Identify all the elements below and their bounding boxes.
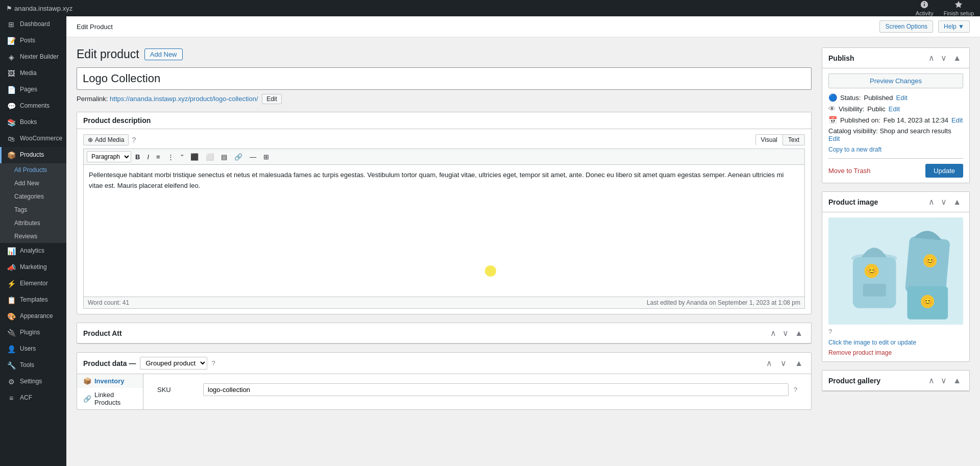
editor-help-icon[interactable]: ? xyxy=(132,136,136,144)
sidebar-item-acf[interactable]: ≡ ACF xyxy=(0,390,66,406)
sidebar-item-appearance[interactable]: 🎨 Appearance xyxy=(0,308,66,325)
sidebar-item-media[interactable]: 🖼 Media xyxy=(0,65,66,82)
editor-content: Pellentesque habitant morbi tristique se… xyxy=(89,170,799,191)
sidebar-label-tools: Tools xyxy=(20,361,34,370)
screen-options-button[interactable]: Screen Options xyxy=(879,20,933,33)
product-type-select[interactable]: Grouped product xyxy=(140,357,207,370)
remove-product-image-link[interactable]: Remove product image xyxy=(828,349,963,356)
sidebar-item-analytics[interactable]: 📊 Analytics xyxy=(0,243,66,259)
text-tab[interactable]: Text xyxy=(783,134,805,145)
publish-ctrl-down[interactable]: ∨ xyxy=(939,52,949,64)
submenu-reviews[interactable]: Reviews xyxy=(0,230,66,243)
product-data-body: 📦 Inventory 🔗 Linked Products SKU xyxy=(77,374,811,409)
add-media-button[interactable]: ⊕ Add Media xyxy=(83,134,129,145)
sidebar-item-plugins[interactable]: 🔌 Plugins xyxy=(0,325,66,341)
ordered-list-button[interactable]: ⋮ xyxy=(164,152,177,162)
product-gallery-controls: ∧ ∨ ▲ xyxy=(926,375,963,386)
product-image-preview[interactable]: 😊 😊 😊 xyxy=(828,217,963,325)
bold-button[interactable]: B xyxy=(132,152,143,162)
sidebar-item-dashboard[interactable]: ⊞ Dashboard xyxy=(0,16,66,33)
templates-icon: 📋 xyxy=(7,296,16,304)
sidebar-label-products: Products xyxy=(20,151,44,159)
hr-button[interactable]: — xyxy=(247,152,259,162)
metabox-description-header[interactable]: Product description xyxy=(77,112,811,129)
sidebar-item-marketing[interactable]: 📣 Marketing xyxy=(0,259,66,276)
product-data-ctrl-close[interactable]: ▲ xyxy=(793,358,805,369)
finish-setup-item[interactable]: Finish setup xyxy=(944,0,974,16)
published-on-edit-link[interactable]: Edit xyxy=(951,116,963,124)
product-gallery-ctrl-down[interactable]: ∨ xyxy=(939,375,949,386)
editor-area[interactable]: Pellentesque habitant morbi tristique se… xyxy=(83,164,805,297)
sku-help-icon[interactable]: ? xyxy=(794,386,797,394)
sidebar-item-books[interactable]: 📚 Books xyxy=(0,114,66,131)
att-toggle-up[interactable]: ∧ xyxy=(768,327,778,339)
wp-logo-item[interactable]: ⚑ ananda.instawp.xyz xyxy=(6,5,72,12)
blockquote-button[interactable]: " xyxy=(178,152,187,162)
product-gallery-ctrl-close[interactable]: ▲ xyxy=(951,375,963,386)
sku-input[interactable] xyxy=(203,383,789,396)
submenu-attributes[interactable]: Attributes xyxy=(0,216,66,230)
product-data-ctrl-down[interactable]: ∨ xyxy=(778,357,789,369)
sidebar-item-elementor[interactable]: ⚡ Elementor xyxy=(0,276,66,292)
submenu-all-products[interactable]: All Products xyxy=(0,163,66,177)
unordered-list-button[interactable]: ≡ xyxy=(153,152,163,162)
sidebar-item-comments[interactable]: 💬 Comments xyxy=(0,98,66,114)
help-button[interactable]: Help ▼ xyxy=(938,20,970,33)
preview-changes-button[interactable]: Preview Changes xyxy=(828,73,963,88)
align-left-button[interactable]: ⬛ xyxy=(187,152,202,162)
product-gallery-ctrl-up[interactable]: ∧ xyxy=(926,375,937,386)
status-edit-link[interactable]: Edit xyxy=(896,94,908,102)
sidebar-item-users[interactable]: 👤 Users xyxy=(0,341,66,357)
sidebar: ⊞ Dashboard 📝 Posts ◈ Nexter Builder 🖼 M… xyxy=(0,16,66,466)
inventory-tab[interactable]: 📦 Inventory xyxy=(77,374,143,388)
add-new-button[interactable]: Add New xyxy=(144,48,183,60)
page-content: Edit product Add New Permalink: https://… xyxy=(66,37,980,428)
sidebar-item-products[interactable]: 📦 Products xyxy=(0,147,66,163)
visual-tab[interactable]: Visual xyxy=(755,134,783,145)
linked-products-tab[interactable]: 🔗 Linked Products xyxy=(77,388,143,409)
catalog-edit-link[interactable]: Edit xyxy=(828,135,840,142)
move-to-trash-link[interactable]: Move to Trash xyxy=(828,167,870,175)
sidebar-item-posts[interactable]: 📝 Posts xyxy=(0,33,66,49)
sidebar-item-woocommerce[interactable]: 🛍 WooCommerce xyxy=(0,131,66,147)
permalink-edit-button[interactable]: Edit xyxy=(262,94,282,104)
settings-icon: ⚙ xyxy=(7,378,16,386)
product-image-ctrl-close[interactable]: ▲ xyxy=(951,196,963,208)
product-image-svg: 😊 😊 😊 xyxy=(828,217,963,325)
att-toggle-close[interactable]: ▲ xyxy=(793,328,805,339)
click-to-edit-link[interactable]: Click the image to edit or update xyxy=(828,339,916,346)
sidebar-item-tools[interactable]: 🔧 Tools xyxy=(0,357,66,374)
visibility-edit-link[interactable]: Edit xyxy=(889,105,900,113)
table-button[interactable]: ⊞ xyxy=(260,152,272,162)
update-button[interactable]: Update xyxy=(925,164,963,178)
product-att-header[interactable]: Product Att ∧ ∨ ▲ xyxy=(77,323,811,344)
submenu-tags[interactable]: Tags xyxy=(0,203,66,216)
product-description-metabox: Product description ⊕ Add Media ? xyxy=(77,112,812,314)
sidebar-label-plugins: Plugins xyxy=(20,329,40,337)
permalink-url[interactable]: https://ananda.instawp.xyz/product/logo-… xyxy=(110,95,258,103)
italic-button[interactable]: I xyxy=(144,152,152,162)
product-data-ctrl-up[interactable]: ∧ xyxy=(764,357,774,369)
sidebar-item-pages[interactable]: 📄 Pages xyxy=(0,82,66,98)
activity-item[interactable]: Activity xyxy=(916,0,934,16)
publish-ctrl-close[interactable]: ▲ xyxy=(951,52,963,64)
publish-ctrl-up[interactable]: ∧ xyxy=(926,52,937,64)
product-image-ctrl-down[interactable]: ∨ xyxy=(939,196,949,208)
submenu-categories[interactable]: Categories xyxy=(0,190,66,203)
sidebar-label-books: Books xyxy=(20,118,37,127)
product-type-help-icon[interactable]: ? xyxy=(211,359,215,367)
align-right-button[interactable]: ▤ xyxy=(218,152,230,162)
product-gallery-header: Product gallery ∧ ∨ ▲ xyxy=(822,371,969,391)
sidebar-item-settings[interactable]: ⚙ Settings xyxy=(0,374,66,390)
align-center-button[interactable]: ⬜ xyxy=(203,152,217,162)
product-image-ctrl-up[interactable]: ∧ xyxy=(926,196,937,208)
submenu-add-new[interactable]: Add New xyxy=(0,177,66,190)
sidebar-item-nexter-builder[interactable]: ◈ Nexter Builder xyxy=(0,49,66,65)
product-title-input[interactable] xyxy=(77,67,812,90)
sidebar-item-templates[interactable]: 📋 Templates xyxy=(0,292,66,308)
att-toggle-down[interactable]: ∨ xyxy=(780,327,791,339)
copy-to-draft-link[interactable]: Copy to a new draft xyxy=(828,146,881,153)
paragraph-select[interactable]: Paragraph xyxy=(87,151,131,162)
link-button[interactable]: 🔗 xyxy=(231,152,246,162)
product-image-help-icon[interactable]: ? xyxy=(828,328,963,335)
